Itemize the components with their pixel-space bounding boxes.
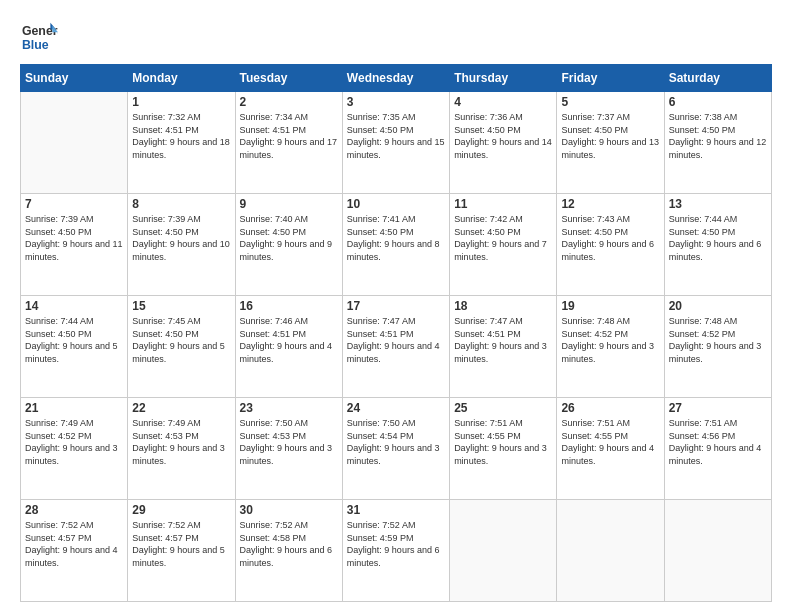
calendar-cell: 25Sunrise: 7:51 AMSunset: 4:55 PMDayligh… (450, 398, 557, 500)
day-number: 14 (25, 299, 123, 313)
cell-info: Sunrise: 7:46 AMSunset: 4:51 PMDaylight:… (240, 315, 338, 365)
calendar-cell: 19Sunrise: 7:48 AMSunset: 4:52 PMDayligh… (557, 296, 664, 398)
cell-info: Sunrise: 7:47 AMSunset: 4:51 PMDaylight:… (454, 315, 552, 365)
day-number: 15 (132, 299, 230, 313)
cell-info: Sunrise: 7:52 AMSunset: 4:57 PMDaylight:… (132, 519, 230, 569)
calendar-cell: 11Sunrise: 7:42 AMSunset: 4:50 PMDayligh… (450, 194, 557, 296)
week-row-2: 7Sunrise: 7:39 AMSunset: 4:50 PMDaylight… (21, 194, 772, 296)
cell-info: Sunrise: 7:48 AMSunset: 4:52 PMDaylight:… (669, 315, 767, 365)
calendar-cell: 30Sunrise: 7:52 AMSunset: 4:58 PMDayligh… (235, 500, 342, 602)
logo: General Blue (20, 18, 58, 56)
cell-info: Sunrise: 7:36 AMSunset: 4:50 PMDaylight:… (454, 111, 552, 161)
cell-info: Sunrise: 7:44 AMSunset: 4:50 PMDaylight:… (669, 213, 767, 263)
day-number: 11 (454, 197, 552, 211)
cell-info: Sunrise: 7:43 AMSunset: 4:50 PMDaylight:… (561, 213, 659, 263)
calendar-cell: 6Sunrise: 7:38 AMSunset: 4:50 PMDaylight… (664, 92, 771, 194)
cell-info: Sunrise: 7:42 AMSunset: 4:50 PMDaylight:… (454, 213, 552, 263)
cell-info: Sunrise: 7:45 AMSunset: 4:50 PMDaylight:… (132, 315, 230, 365)
calendar-cell: 14Sunrise: 7:44 AMSunset: 4:50 PMDayligh… (21, 296, 128, 398)
day-number: 12 (561, 197, 659, 211)
day-number: 23 (240, 401, 338, 415)
day-number: 24 (347, 401, 445, 415)
calendar-cell: 10Sunrise: 7:41 AMSunset: 4:50 PMDayligh… (342, 194, 449, 296)
day-number: 25 (454, 401, 552, 415)
day-number: 7 (25, 197, 123, 211)
day-number: 10 (347, 197, 445, 211)
calendar-cell: 15Sunrise: 7:45 AMSunset: 4:50 PMDayligh… (128, 296, 235, 398)
week-row-5: 28Sunrise: 7:52 AMSunset: 4:57 PMDayligh… (21, 500, 772, 602)
cell-info: Sunrise: 7:32 AMSunset: 4:51 PMDaylight:… (132, 111, 230, 161)
day-number: 20 (669, 299, 767, 313)
cell-info: Sunrise: 7:37 AMSunset: 4:50 PMDaylight:… (561, 111, 659, 161)
weekday-friday: Friday (557, 65, 664, 92)
calendar-cell: 28Sunrise: 7:52 AMSunset: 4:57 PMDayligh… (21, 500, 128, 602)
calendar-cell: 7Sunrise: 7:39 AMSunset: 4:50 PMDaylight… (21, 194, 128, 296)
cell-info: Sunrise: 7:44 AMSunset: 4:50 PMDaylight:… (25, 315, 123, 365)
calendar-cell: 4Sunrise: 7:36 AMSunset: 4:50 PMDaylight… (450, 92, 557, 194)
calendar-cell: 26Sunrise: 7:51 AMSunset: 4:55 PMDayligh… (557, 398, 664, 500)
calendar-cell: 9Sunrise: 7:40 AMSunset: 4:50 PMDaylight… (235, 194, 342, 296)
calendar-cell (450, 500, 557, 602)
day-number: 16 (240, 299, 338, 313)
day-number: 6 (669, 95, 767, 109)
calendar-cell (21, 92, 128, 194)
svg-text:Blue: Blue (22, 38, 49, 52)
cell-info: Sunrise: 7:41 AMSunset: 4:50 PMDaylight:… (347, 213, 445, 263)
cell-info: Sunrise: 7:51 AMSunset: 4:56 PMDaylight:… (669, 417, 767, 467)
calendar-cell: 20Sunrise: 7:48 AMSunset: 4:52 PMDayligh… (664, 296, 771, 398)
day-number: 2 (240, 95, 338, 109)
calendar-cell: 5Sunrise: 7:37 AMSunset: 4:50 PMDaylight… (557, 92, 664, 194)
calendar-table: SundayMondayTuesdayWednesdayThursdayFrid… (20, 64, 772, 602)
cell-info: Sunrise: 7:52 AMSunset: 4:57 PMDaylight:… (25, 519, 123, 569)
cell-info: Sunrise: 7:38 AMSunset: 4:50 PMDaylight:… (669, 111, 767, 161)
weekday-header-row: SundayMondayTuesdayWednesdayThursdayFrid… (21, 65, 772, 92)
calendar-cell: 31Sunrise: 7:52 AMSunset: 4:59 PMDayligh… (342, 500, 449, 602)
cell-info: Sunrise: 7:48 AMSunset: 4:52 PMDaylight:… (561, 315, 659, 365)
calendar-cell: 29Sunrise: 7:52 AMSunset: 4:57 PMDayligh… (128, 500, 235, 602)
weekday-sunday: Sunday (21, 65, 128, 92)
cell-info: Sunrise: 7:35 AMSunset: 4:50 PMDaylight:… (347, 111, 445, 161)
calendar-cell: 27Sunrise: 7:51 AMSunset: 4:56 PMDayligh… (664, 398, 771, 500)
day-number: 29 (132, 503, 230, 517)
calendar-cell: 23Sunrise: 7:50 AMSunset: 4:53 PMDayligh… (235, 398, 342, 500)
day-number: 8 (132, 197, 230, 211)
calendar-cell: 18Sunrise: 7:47 AMSunset: 4:51 PMDayligh… (450, 296, 557, 398)
cell-info: Sunrise: 7:52 AMSunset: 4:58 PMDaylight:… (240, 519, 338, 569)
cell-info: Sunrise: 7:51 AMSunset: 4:55 PMDaylight:… (454, 417, 552, 467)
weekday-tuesday: Tuesday (235, 65, 342, 92)
day-number: 28 (25, 503, 123, 517)
day-number: 13 (669, 197, 767, 211)
day-number: 30 (240, 503, 338, 517)
day-number: 9 (240, 197, 338, 211)
day-number: 19 (561, 299, 659, 313)
cell-info: Sunrise: 7:40 AMSunset: 4:50 PMDaylight:… (240, 213, 338, 263)
calendar-cell (664, 500, 771, 602)
calendar-cell: 22Sunrise: 7:49 AMSunset: 4:53 PMDayligh… (128, 398, 235, 500)
logo-icon: General Blue (20, 18, 58, 56)
cell-info: Sunrise: 7:51 AMSunset: 4:55 PMDaylight:… (561, 417, 659, 467)
day-number: 21 (25, 401, 123, 415)
cell-info: Sunrise: 7:39 AMSunset: 4:50 PMDaylight:… (132, 213, 230, 263)
week-row-3: 14Sunrise: 7:44 AMSunset: 4:50 PMDayligh… (21, 296, 772, 398)
cell-info: Sunrise: 7:52 AMSunset: 4:59 PMDaylight:… (347, 519, 445, 569)
day-number: 31 (347, 503, 445, 517)
cell-info: Sunrise: 7:47 AMSunset: 4:51 PMDaylight:… (347, 315, 445, 365)
weekday-thursday: Thursday (450, 65, 557, 92)
calendar-cell: 3Sunrise: 7:35 AMSunset: 4:50 PMDaylight… (342, 92, 449, 194)
day-number: 26 (561, 401, 659, 415)
day-number: 18 (454, 299, 552, 313)
cell-info: Sunrise: 7:50 AMSunset: 4:54 PMDaylight:… (347, 417, 445, 467)
day-number: 27 (669, 401, 767, 415)
cell-info: Sunrise: 7:34 AMSunset: 4:51 PMDaylight:… (240, 111, 338, 161)
calendar-cell: 21Sunrise: 7:49 AMSunset: 4:52 PMDayligh… (21, 398, 128, 500)
cell-info: Sunrise: 7:49 AMSunset: 4:52 PMDaylight:… (25, 417, 123, 467)
top-section: General Blue (20, 18, 772, 56)
cell-info: Sunrise: 7:49 AMSunset: 4:53 PMDaylight:… (132, 417, 230, 467)
calendar-cell: 13Sunrise: 7:44 AMSunset: 4:50 PMDayligh… (664, 194, 771, 296)
calendar-cell: 2Sunrise: 7:34 AMSunset: 4:51 PMDaylight… (235, 92, 342, 194)
day-number: 17 (347, 299, 445, 313)
cell-info: Sunrise: 7:39 AMSunset: 4:50 PMDaylight:… (25, 213, 123, 263)
week-row-1: 1Sunrise: 7:32 AMSunset: 4:51 PMDaylight… (21, 92, 772, 194)
calendar-cell: 12Sunrise: 7:43 AMSunset: 4:50 PMDayligh… (557, 194, 664, 296)
day-number: 3 (347, 95, 445, 109)
